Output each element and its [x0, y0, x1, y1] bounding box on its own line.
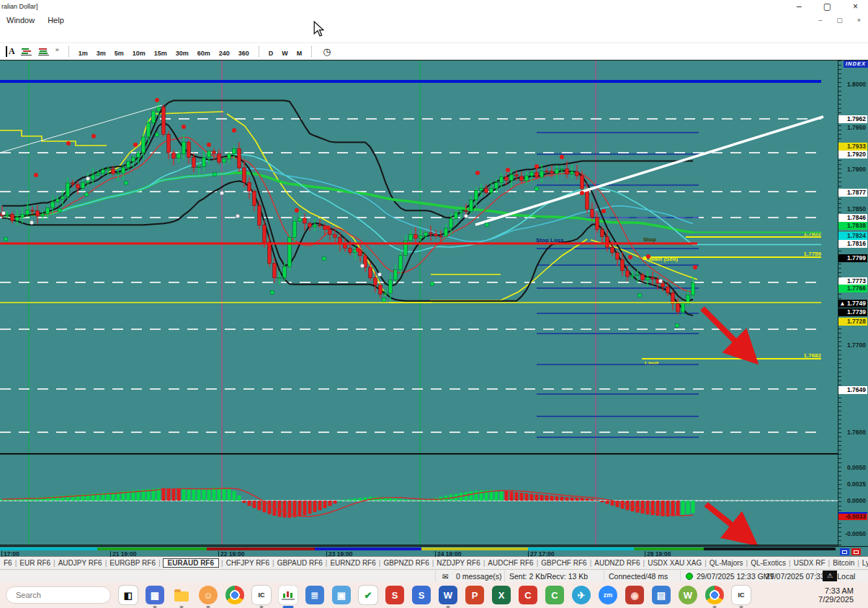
timeframe-5m[interactable]: 5m — [115, 50, 124, 57]
price-scale[interactable]: INDEX 1.80001.79621.79501.79331.79201.79… — [838, 61, 868, 546]
price-label: 1.7816 — [838, 240, 867, 248]
time-label: 21 19:00 — [110, 551, 137, 557]
tab-lyte[interactable]: Lyte — [860, 559, 868, 567]
scroll-right-button[interactable] — [851, 548, 861, 555]
menu-window[interactable]: Window — [0, 16, 41, 24]
price-label: 1.7920 — [838, 151, 867, 158]
close-button[interactable]: × — [853, 1, 858, 12]
timeframe-10m[interactable]: 10m — [133, 50, 146, 57]
restore-button[interactable]: ▢ — [823, 1, 831, 12]
period-W[interactable]: W — [282, 50, 288, 57]
tab-gbpnzd-rf6[interactable]: GBPNZD RF6 — [381, 559, 431, 567]
child-restore-button[interactable]: ▢ — [836, 17, 843, 24]
price-label: ▲ 1.7749 — [838, 300, 867, 308]
chart-area[interactable]: INDEX 1.80001.79621.79501.79331.79201.79… — [0, 61, 868, 546]
tab-chfjpy-rf6[interactable]: CHFJPY RF6 — [224, 559, 272, 567]
zoom-icon[interactable]: zm — [599, 586, 617, 604]
period-D[interactable]: D — [269, 50, 274, 57]
menu-help[interactable]: Help — [41, 16, 71, 24]
price-label: 1.7700 — [838, 341, 867, 349]
telegram-icon[interactable]: ✈ — [572, 586, 591, 604]
wechat-icon[interactable]: W — [679, 586, 697, 604]
tab-usdx-xau-xag[interactable]: USDX XAU XAG — [645, 559, 704, 567]
trading-platform-icon[interactable] — [279, 586, 297, 604]
translator-icon[interactable]: ▤ — [652, 586, 671, 604]
price-label: 1.7766 — [838, 285, 867, 292]
traffic-stats: Sent: 2 Kb/Recv: 13 Kb — [509, 571, 588, 581]
s-red-app-icon[interactable]: S — [385, 586, 404, 604]
price-label: 1.7962 — [838, 115, 867, 123]
child-minimize-button[interactable]: – — [818, 17, 822, 24]
time-label: 28 19:00 — [645, 551, 671, 557]
file-explorer-icon[interactable] — [172, 586, 191, 604]
timeframe-60m[interactable]: 60m — [197, 50, 210, 57]
photos-icon[interactable]: ▣ — [332, 586, 351, 604]
menu-bar: WindowHelp – ▢ × — [0, 13, 868, 27]
tab-eur-rf6[interactable]: EUR RF6 — [17, 559, 53, 567]
clock-date: 7/29/2025 — [818, 595, 854, 604]
excel-icon[interactable]: X — [492, 586, 511, 604]
price-label: 1.7877 — [838, 189, 867, 197]
tab-gbpchf-rf6[interactable]: GBPCHF RF6 — [539, 559, 589, 567]
tab-nzdjpy-rf6[interactable]: NZDJPY RF6 — [434, 559, 482, 567]
more-tools-button[interactable]: » — [55, 46, 59, 53]
taskbar-clock[interactable]: 7:33 AM 7/29/2025 — [818, 586, 862, 604]
pattern-tool-2[interactable] — [38, 48, 50, 56]
green-check-app-icon[interactable]: ✔ — [359, 586, 377, 604]
tab-eurgbp-rf6[interactable]: EURGBP RF6 — [107, 559, 158, 567]
tab-usdx-rf[interactable]: USDX RF — [792, 559, 828, 567]
price-label: -0.0033 — [838, 512, 867, 520]
timeframe-15m[interactable]: 15m — [154, 50, 167, 57]
timeframe-30m[interactable]: 30m — [176, 50, 189, 57]
time-label: 17:00 — [1, 551, 19, 557]
timeframe-360[interactable]: 360 — [238, 50, 249, 57]
price-label: 1.7728 — [838, 318, 867, 326]
powerpoint-icon[interactable]: P — [465, 586, 484, 604]
price-label: 0.0050 — [838, 464, 867, 472]
tab-f6[interactable]: F6 — [1, 559, 14, 567]
price-label: 1.7739 — [838, 308, 867, 316]
clock-time: 7:33 AM — [818, 586, 854, 596]
camtasia-green-icon[interactable]: C — [545, 586, 564, 604]
chrome-icon[interactable] — [225, 586, 244, 604]
notes-icon[interactable]: ≣ — [305, 586, 324, 604]
price-label: 0.0000 — [838, 497, 867, 505]
pattern-tool-1[interactable] — [21, 48, 32, 56]
tab-euraud-rf6[interactable]: EURAUD RF6 — [163, 558, 219, 568]
tab-audchf-rf6[interactable]: AUDCHF RF6 — [486, 559, 535, 567]
word-icon[interactable]: W — [439, 586, 457, 604]
ic-markets-2-icon[interactable]: IC — [732, 586, 751, 604]
tab-audjpy-rf6[interactable]: AUDJPY RF6 — [56, 559, 104, 567]
price-label: 0.0025 — [838, 480, 867, 488]
recorder-icon[interactable]: ◉ — [625, 586, 644, 604]
minimize-button[interactable]: – — [797, 1, 802, 12]
ic-markets-icon[interactable]: IC — [252, 586, 271, 604]
tab-bitcoin[interactable]: Bitcoin — [831, 559, 856, 567]
price-label: 1.8000 — [838, 81, 867, 89]
toolbar-separator — [68, 46, 69, 57]
s-blue-app-icon[interactable]: S — [412, 586, 431, 604]
alert-icon[interactable]: ⚠ — [823, 571, 837, 581]
scroll-left-button[interactable] — [840, 548, 849, 555]
timeframe-1m[interactable]: 1m — [79, 50, 88, 57]
clock-tool-icon[interactable]: ◷ — [323, 46, 331, 57]
camtasia-red-icon[interactable]: C — [519, 586, 537, 604]
timeframe-3m[interactable]: 3m — [97, 50, 106, 57]
account-icon[interactable]: ☺ — [199, 586, 218, 604]
tab-eurnzd-rf6[interactable]: EURNZD RF6 — [328, 559, 377, 567]
price-chart-canvas[interactable] — [0, 61, 838, 546]
time-label: 27 17:00 — [528, 551, 555, 557]
tab-gbpaud-rf6[interactable]: GBPAUD RF6 — [275, 559, 325, 567]
tab-ql-exotics[interactable]: QL-Exotics — [748, 559, 788, 567]
tab-ql-majors[interactable]: QL-Majors — [707, 559, 746, 567]
timeframe-240[interactable]: 240 — [219, 50, 230, 57]
tab-audnzd-rf6[interactable]: AUDNZD RF6 — [592, 559, 642, 567]
child-close-button[interactable]: × — [857, 17, 861, 24]
period-M[interactable]: M — [297, 50, 303, 57]
title-bar: ralian Dollar] – ▢ × — [0, 0, 868, 13]
search-input[interactable] — [6, 586, 111, 604]
chrome-2-icon[interactable] — [705, 586, 724, 604]
calculator-icon[interactable]: ▦ — [146, 586, 164, 604]
text-label-tool[interactable]: A — [6, 46, 15, 57]
quick-settings-icon[interactable]: ◧ — [119, 586, 138, 604]
